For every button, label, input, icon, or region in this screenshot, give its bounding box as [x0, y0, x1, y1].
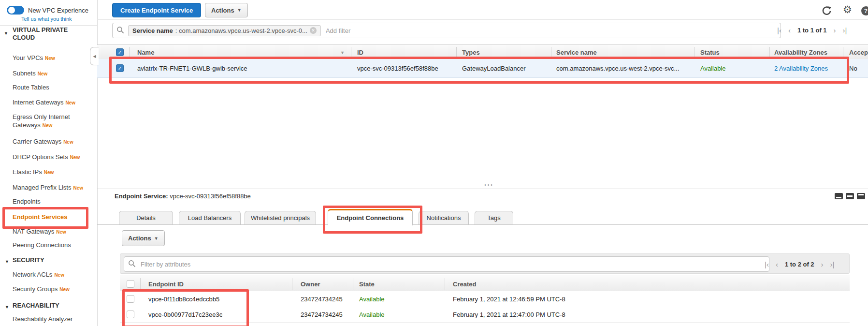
row-checkbox[interactable]: [127, 295, 134, 303]
service-search-box[interactable]: Service name : com.amazonaws.vpce.us-wes…: [112, 23, 781, 38]
service-accept-cell: No: [849, 59, 857, 77]
select-all-checkbox[interactable]: [127, 280, 134, 288]
endpoint-id-cell: vpce-0f11db8cc4edccbb5: [148, 291, 219, 307]
section-title-security: SECURITY: [13, 256, 44, 264]
new-badge: New: [44, 170, 54, 175]
sort-arrow-icon[interactable]: ▾: [341, 45, 344, 59]
sidebar-item-endpoint-services[interactable]: Endpoint Services: [13, 213, 92, 221]
filter-tag-value: : com.amazonaws.vpce.us-west-2.vpce-svc-…: [175, 27, 307, 34]
prev-page-icon[interactable]: ‹: [776, 260, 778, 268]
connections-search-box[interactable]: [124, 256, 769, 272]
new-badge: New: [59, 287, 70, 292]
column-header-owner[interactable]: Owner: [301, 276, 320, 292]
column-header-types[interactable]: Types: [462, 45, 480, 59]
sidebar-collapse-handle[interactable]: ◀: [90, 47, 99, 65]
sidebar-item-your-vpcs[interactable]: Your VPCsNew: [13, 54, 92, 62]
availability-zones-link[interactable]: 2 Availability Zones: [774, 59, 828, 77]
column-header-availability-zones[interactable]: Availability Zones: [774, 45, 827, 59]
sidebar-item-endpoints[interactable]: Endpoints: [13, 197, 92, 206]
new-vpc-experience-label: New VPC Experience: [28, 7, 88, 14]
sidebar-divider: [0, 25, 97, 26]
gear-icon[interactable]: ⚙: [843, 4, 852, 15]
tab-whitelisted-principals[interactable]: Whitelisted principals: [245, 211, 316, 224]
prev-page-icon[interactable]: ‹: [788, 26, 791, 34]
tab-notifications[interactable]: Notifications: [419, 211, 469, 224]
column-header-accept[interactable]: Accept: [849, 45, 868, 59]
column-header-name[interactable]: Name: [137, 45, 154, 59]
sidebar-item-dhcp-options-sets[interactable]: DHCP Options SetsNew: [13, 153, 92, 162]
service-name-cell: aviatrix-TR-FNET1-GWLB-gwlb-service: [137, 59, 247, 77]
column-header-service-name[interactable]: Service name: [556, 45, 597, 59]
service-servicename-cell: com.amazonaws.vpce.us-west-2.vpce-svc...: [556, 59, 679, 77]
last-page-icon[interactable]: ›|: [830, 260, 835, 268]
sidebar-item-peering-connections[interactable]: Peering Connections: [13, 241, 92, 249]
sidebar-item-internet-gateways[interactable]: Internet GatewaysNew: [13, 98, 92, 107]
section-collapse-icon[interactable]: ▼: [5, 257, 9, 265]
first-page-icon[interactable]: |‹: [777, 26, 781, 34]
sidebar-item-security-groups[interactable]: Security GroupsNew: [13, 285, 92, 294]
add-filter-input[interactable]: [325, 27, 777, 35]
column-header-status[interactable]: Status: [700, 45, 720, 59]
sidebar-item-reachability-analyzer[interactable]: Reachability Analyzer: [13, 315, 92, 323]
help-icon[interactable]: ?: [861, 6, 868, 15]
connection-row[interactable]: vpce-0f11db8cc4edccbb5 234724734245 Avai…: [120, 291, 850, 307]
state-cell: Available: [359, 307, 385, 322]
sidebar-item-network-acls[interactable]: Network ACLsNew: [13, 270, 92, 279]
tab-load-balancers[interactable]: Load Balancers: [179, 211, 241, 224]
section-collapse-icon[interactable]: ▼: [4, 29, 8, 36]
sidebar-item-nat-gateways[interactable]: NAT GatewaysNew: [13, 227, 92, 236]
tab-tags[interactable]: Tags: [475, 211, 513, 224]
filter-by-attributes-input[interactable]: [140, 260, 765, 268]
tab-endpoint-connections[interactable]: Endpoint Connections: [328, 209, 413, 225]
chevron-down-icon: ▼: [154, 236, 159, 241]
tab-details[interactable]: Details: [119, 211, 173, 224]
vpc-console: New VPC Experience Tell us what you thin…: [0, 0, 868, 326]
actions-button-bottom[interactable]: Actions▼: [122, 230, 165, 246]
first-page-icon[interactable]: |‹: [765, 260, 769, 268]
remove-filter-icon[interactable]: ✕: [310, 27, 317, 34]
owner-cell: 234724734245: [301, 291, 343, 307]
layout-split-middle-icon[interactable]: [846, 193, 854, 199]
new-badge: New: [56, 229, 66, 235]
feedback-link[interactable]: Tell us what you think: [21, 16, 72, 22]
pagination-range: 1 to 1 of 1: [797, 27, 827, 34]
sidebar-item-egress-only-internet-gateways[interactable]: Egress Only Internet GatewaysNew: [13, 113, 86, 130]
new-vpc-experience-toggle[interactable]: [7, 6, 24, 15]
last-page-icon[interactable]: ›|: [843, 26, 847, 34]
row-checkbox[interactable]: [127, 311, 134, 318]
chevron-down-icon: ▼: [237, 8, 242, 13]
sidebar-item-carrier-gateways[interactable]: Carrier GatewaysNew: [13, 137, 92, 146]
column-header-created[interactable]: Created: [453, 276, 476, 292]
filter-tag-service-name[interactable]: Service name : com.amazonaws.vpce.us-wes…: [128, 25, 321, 36]
select-all-checkbox[interactable]: ✓: [116, 48, 124, 56]
service-types-cell: GatewayLoadBalancer: [462, 59, 526, 77]
sidebar-item-managed-prefix-lists[interactable]: Managed Prefix ListsNew: [13, 183, 92, 192]
new-badge: New: [45, 56, 55, 61]
toggle-knob: [8, 7, 15, 14]
next-page-icon[interactable]: ›: [834, 26, 836, 34]
sidebar-item-route-tables[interactable]: Route Tables: [13, 83, 92, 91]
next-page-icon[interactable]: ›: [821, 260, 824, 268]
create-endpoint-service-button[interactable]: Create Endpoint Service: [112, 3, 201, 17]
tabs-baseline: [97, 224, 868, 225]
sidebar-item-elastic-ips[interactable]: Elastic IPsNew: [13, 168, 92, 177]
actions-button-top[interactable]: Actions▼: [205, 3, 248, 17]
new-badge: New: [73, 185, 83, 191]
new-badge: New: [63, 139, 73, 145]
services-table-header: ✓ Name ▾ ID Types Service name Status Av…: [97, 44, 868, 60]
service-id-cell: vpce-svc-09313f56ef58f88be: [357, 59, 438, 77]
row-checkbox[interactable]: ✓: [116, 64, 124, 72]
column-header-state[interactable]: State: [359, 276, 375, 292]
layout-split-top-icon[interactable]: [857, 193, 865, 199]
column-header-id[interactable]: ID: [357, 45, 363, 59]
endpoint-id-cell: vpce-0b00977d17c23ee3c: [148, 307, 222, 322]
service-row-selected[interactable]: ✓ aviatrix-TR-FNET1-GWLB-gwlb-service vp…: [97, 59, 868, 78]
sidebar-item-subnets[interactable]: SubnetsNew: [13, 69, 92, 78]
search-icon: [128, 260, 136, 269]
connection-row[interactable]: vpce-0b00977d17c23ee3c 234724734245 Avai…: [120, 307, 850, 323]
panel-resize-handle[interactable]: •••: [477, 182, 502, 188]
layout-split-bottom-icon[interactable]: [835, 193, 843, 199]
refresh-icon[interactable]: [822, 6, 832, 17]
section-collapse-icon[interactable]: ▼: [5, 303, 9, 310]
column-header-endpoint-id[interactable]: Endpoint ID: [148, 276, 184, 292]
